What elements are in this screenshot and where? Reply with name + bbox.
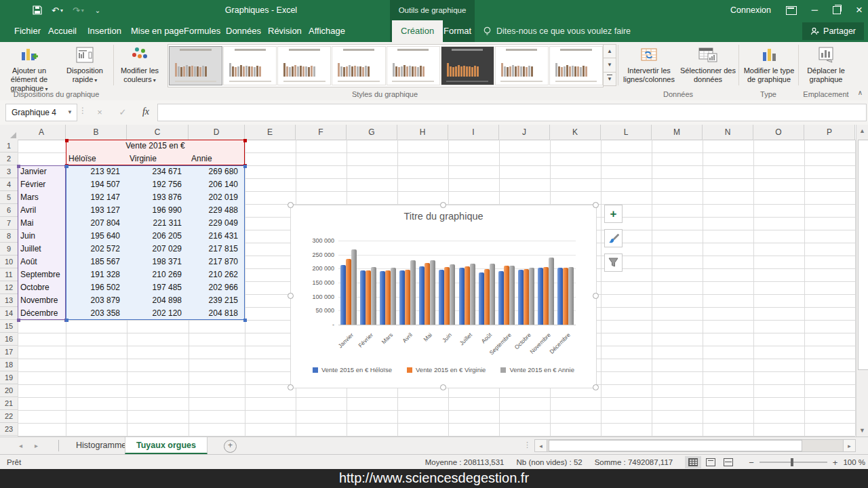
redo-icon[interactable]: ↷▾ xyxy=(73,5,84,16)
cell-header-héloïse[interactable]: Héloïse xyxy=(68,154,124,163)
formula-bar-splitter[interactable]: ⋮ xyxy=(79,106,87,115)
cell-month[interactable]: Octobre xyxy=(20,283,63,292)
chart-bar[interactable] xyxy=(385,270,391,325)
cell-value[interactable]: 194 507 xyxy=(66,180,120,189)
cell-month[interactable]: Janvier xyxy=(20,167,63,176)
chart-styles-button[interactable] xyxy=(604,229,623,247)
chart-style-4[interactable] xyxy=(332,46,385,85)
chart-style-6[interactable] xyxy=(441,46,494,85)
row-header-12[interactable]: 12 xyxy=(0,281,18,294)
cell-value[interactable]: 206 140 xyxy=(189,180,238,189)
cell-value[interactable]: 210 269 xyxy=(127,270,182,279)
row-header-2[interactable]: 2 xyxy=(0,152,18,165)
cell-value[interactable]: 207 804 xyxy=(66,218,120,228)
chart-bar[interactable] xyxy=(340,265,346,325)
chart-bar[interactable] xyxy=(351,249,357,325)
quick-layout-button[interactable]: Disposition rapide xyxy=(60,44,110,89)
cell-value[interactable]: 216 431 xyxy=(189,231,238,241)
chart-bar[interactable] xyxy=(399,270,405,325)
save-icon[interactable] xyxy=(33,5,42,15)
cell-month[interactable]: Avril xyxy=(20,205,63,215)
name-box[interactable]: Graphique 4 ▼ xyxy=(5,104,77,121)
row-header-9[interactable]: 9 xyxy=(0,243,18,256)
chart-bar[interactable] xyxy=(518,270,524,325)
chart-bar[interactable] xyxy=(490,264,495,325)
row-header-8[interactable]: 8 xyxy=(0,230,18,243)
tell-me-box[interactable]: Dites-nous ce que vous voulez faire xyxy=(483,20,631,42)
cell-month[interactable]: Juin xyxy=(20,231,63,241)
chart-bar[interactable] xyxy=(439,270,444,325)
minimize-button[interactable]: ─ xyxy=(812,0,818,20)
chart-bar[interactable] xyxy=(366,270,371,325)
cell-value[interactable]: 207 029 xyxy=(127,244,182,253)
sheet-nav-next-icon[interactable]: ▸ xyxy=(35,442,38,449)
cell-value[interactable]: 239 215 xyxy=(189,296,238,305)
cell-value[interactable]: 202 019 xyxy=(189,192,238,202)
chart-selection-handle[interactable] xyxy=(288,293,294,299)
gallery-scroll-up-icon[interactable]: ▲ xyxy=(603,44,616,58)
cell-value[interactable]: 203 358 xyxy=(66,308,120,318)
chart-filters-button[interactable] xyxy=(604,253,623,272)
column-header-H[interactable]: H xyxy=(397,125,448,140)
normal-view-button[interactable] xyxy=(685,456,701,468)
chart-selection-handle[interactable] xyxy=(288,384,294,390)
cell-value[interactable]: 197 485 xyxy=(127,283,182,292)
share-button[interactable]: Partager xyxy=(802,22,864,40)
row-header-4[interactable]: 4 xyxy=(0,178,18,191)
cell-value[interactable]: 269 680 xyxy=(189,167,238,176)
scroll-down-icon[interactable]: ▼ xyxy=(856,424,868,436)
insert-function-icon[interactable]: fx xyxy=(134,106,157,117)
select-all-corner[interactable] xyxy=(0,125,18,140)
range-handle[interactable] xyxy=(243,165,247,168)
row-header-13[interactable]: 13 xyxy=(0,294,18,307)
new-sheet-button[interactable]: + xyxy=(224,440,237,453)
chart-bar[interactable] xyxy=(444,267,450,325)
tab-affichage[interactable]: Affichage xyxy=(300,20,354,42)
ribbon-display-options-icon[interactable] xyxy=(786,6,797,15)
status-sum[interactable]: Somme : 7492087,117 xyxy=(595,458,673,466)
cell-month[interactable]: Mars xyxy=(20,192,63,202)
chart-bar[interactable] xyxy=(563,268,568,325)
chart-legend[interactable]: Vente 2015 en € HéloïseVente 2015 en € V… xyxy=(291,366,596,373)
chart-style-1[interactable] xyxy=(169,46,222,85)
legend-item[interactable]: Vente 2015 en € Virginie xyxy=(407,366,486,373)
cell-value[interactable]: 221 311 xyxy=(127,218,182,228)
chart-bar[interactable] xyxy=(410,260,416,325)
tab-scrollbar-splitter[interactable]: ⋮ xyxy=(524,441,531,449)
status-count[interactable]: Nb (non vides) : 52 xyxy=(517,458,583,466)
row-header-20[interactable]: 20 xyxy=(0,384,18,397)
cell-value[interactable]: 203 879 xyxy=(66,296,120,305)
row-header-21[interactable]: 21 xyxy=(0,397,18,410)
cell-month[interactable]: Mai xyxy=(20,218,63,228)
cell-month[interactable]: Août xyxy=(20,257,63,266)
column-header-A[interactable]: A xyxy=(18,125,66,140)
column-header-K[interactable]: K xyxy=(550,125,601,140)
cell-value[interactable]: 210 262 xyxy=(189,270,238,279)
cell-value[interactable]: 206 205 xyxy=(127,231,182,241)
chart-bar[interactable] xyxy=(538,268,543,325)
chart-bar[interactable] xyxy=(484,269,490,325)
chart-elements-button[interactable]: + xyxy=(604,205,623,223)
cell-value[interactable]: 196 990 xyxy=(127,205,182,215)
chart-bar[interactable] xyxy=(459,268,465,325)
formula-input[interactable] xyxy=(157,104,867,121)
cell-value[interactable]: 234 671 xyxy=(127,167,182,176)
cell-value[interactable]: 217 815 xyxy=(189,244,238,253)
chart-bar[interactable] xyxy=(470,264,475,325)
chart-style-3[interactable] xyxy=(277,46,331,85)
change-chart-type-button[interactable]: Modifier le type de graphique xyxy=(741,44,797,89)
row-header-10[interactable]: 10 xyxy=(0,256,18,268)
row-header-22[interactable]: 22 xyxy=(0,410,18,423)
chart-selection-handle[interactable] xyxy=(593,384,599,390)
select-data-button[interactable]: Sélectionner des données xyxy=(679,44,736,89)
chart-bar[interactable] xyxy=(450,264,455,325)
switch-row-column-button[interactable]: Intervertir les lignes/colonnes xyxy=(620,44,678,89)
tab-format[interactable]: Format xyxy=(435,20,480,42)
customize-qat-icon[interactable]: ⌄ xyxy=(94,7,100,14)
chart-bar[interactable] xyxy=(549,258,554,325)
range-handle[interactable] xyxy=(17,319,20,322)
status-average[interactable]: Moyenne : 208113,531 xyxy=(425,458,505,466)
column-header-B[interactable]: B xyxy=(66,125,127,140)
cancel-entry-icon[interactable]: × xyxy=(88,107,111,117)
column-header-G[interactable]: G xyxy=(347,125,397,140)
